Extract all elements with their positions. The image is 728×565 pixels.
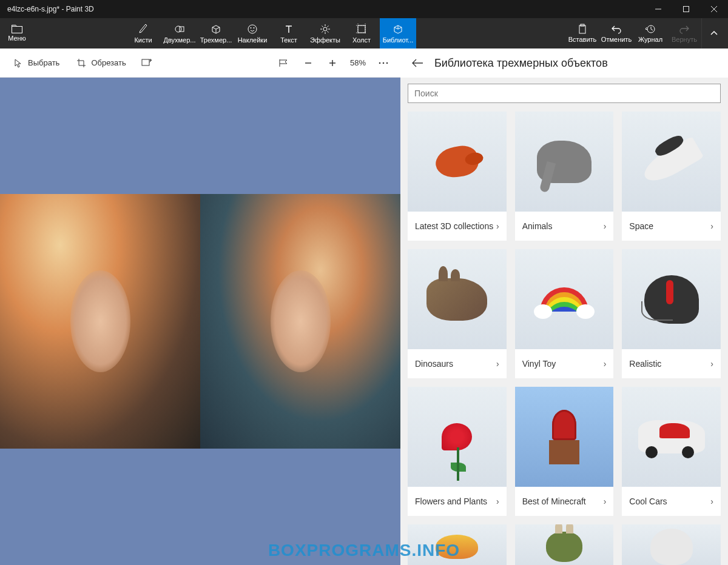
canvas-icon xyxy=(356,23,367,35)
magic-select-icon xyxy=(141,58,152,68)
svg-line-15 xyxy=(322,26,323,27)
view-3d-button[interactable] xyxy=(274,53,294,73)
library-panel: Библиотека трехмерных объектов Latest 3D… xyxy=(400,48,728,565)
svg-point-10 xyxy=(323,27,327,31)
panel-title: Библиотека трехмерных объектов xyxy=(434,57,608,70)
minus-icon xyxy=(304,59,312,67)
category-grid[interactable]: Latest 3D collections› Animals› Space› D… xyxy=(400,109,728,565)
effects-icon xyxy=(320,23,331,35)
head-thumbnail xyxy=(650,529,693,565)
select-tool[interactable]: Выбрать xyxy=(7,55,66,72)
tab-brushes[interactable]: Кисти xyxy=(125,18,161,48)
category-card-space[interactable]: Space› xyxy=(622,112,721,241)
search-row xyxy=(400,78,728,109)
orc-thumbnail xyxy=(546,532,582,562)
category-card-partial[interactable] xyxy=(622,524,721,565)
tool-label: Вставить xyxy=(568,36,597,43)
car-thumbnail xyxy=(638,420,705,453)
svg-point-32 xyxy=(383,62,385,64)
category-card-minecraft[interactable]: Best of Minecraft› xyxy=(515,387,614,516)
panel-header: Библиотека трехмерных объектов xyxy=(400,48,728,78)
zoom-in-button[interactable] xyxy=(323,53,342,73)
card-label: Space xyxy=(629,221,653,231)
svg-line-17 xyxy=(322,32,323,33)
top-toolbar: Меню Кисти Двухмер... Трехмер... Наклейк… xyxy=(0,18,728,48)
svg-rect-4 xyxy=(12,27,22,33)
tab-label: Холст xyxy=(352,36,371,44)
history-button[interactable]: Журнал xyxy=(633,18,667,48)
close-button[interactable] xyxy=(700,0,728,18)
crop-label: Обрезать xyxy=(91,58,126,67)
zoom-out-button[interactable] xyxy=(298,53,318,73)
tab-2d-shapes[interactable]: Двухмер... xyxy=(161,18,198,48)
search-input[interactable] xyxy=(408,84,721,103)
category-card-latest[interactable]: Latest 3D collections› xyxy=(408,112,507,241)
category-card-partial[interactable] xyxy=(515,524,614,565)
canvas-image-right xyxy=(200,194,400,449)
chevron-right-icon: › xyxy=(710,359,713,369)
main-area: Выбрать Обрезать 58% xyxy=(0,48,728,565)
minimize-icon xyxy=(655,6,661,12)
zoom-controls: 58% xyxy=(274,53,393,73)
chevron-right-icon: › xyxy=(496,496,499,506)
canvas[interactable] xyxy=(0,78,400,565)
tab-label: Двухмер... xyxy=(163,36,195,44)
card-label: Vinyl Toy xyxy=(522,359,556,369)
chevron-right-icon: › xyxy=(604,496,607,506)
undo-button[interactable]: Отменить xyxy=(599,18,633,48)
ellipsis-icon xyxy=(379,62,388,64)
rose-thumbnail xyxy=(442,423,472,450)
tab-text[interactable]: Текст xyxy=(271,18,307,48)
redo-icon xyxy=(679,24,690,35)
category-card-realistic[interactable]: Realistic› xyxy=(622,249,721,378)
svg-line-16 xyxy=(328,32,329,33)
tab-3d-library[interactable]: Библиот... xyxy=(380,18,416,48)
tab-effects[interactable]: Эффекты xyxy=(307,18,343,48)
shuttle-thumbnail xyxy=(639,136,704,187)
cube-icon xyxy=(211,23,221,35)
minecraft-thumbnail xyxy=(546,410,582,464)
category-card-flowers[interactable]: Flowers and Plants› xyxy=(408,387,507,516)
svg-rect-27 xyxy=(142,59,149,65)
tab-label: Эффекты xyxy=(310,36,340,44)
card-label: Cool Cars xyxy=(629,496,667,506)
crop-tool[interactable]: Обрезать xyxy=(70,55,132,72)
category-card-partial[interactable] xyxy=(408,524,507,565)
plus-icon xyxy=(328,59,337,67)
chevron-right-icon: › xyxy=(496,359,499,369)
card-label: Best of Minecraft xyxy=(522,496,586,506)
category-card-dinosaurs[interactable]: Dinosaurs› xyxy=(408,249,507,378)
maximize-button[interactable] xyxy=(672,0,700,18)
shapes-2d-icon xyxy=(174,23,185,35)
card-label: Dinosaurs xyxy=(415,359,453,369)
sub-toolbar: Выбрать Обрезать 58% xyxy=(0,48,400,78)
svg-point-33 xyxy=(386,62,388,64)
more-button[interactable] xyxy=(374,53,393,73)
text-icon xyxy=(283,23,294,35)
category-card-animals[interactable]: Animals› xyxy=(515,112,614,241)
category-card-vinyl-toy[interactable]: Vinyl Toy› xyxy=(515,249,614,378)
tab-label: Наклейки xyxy=(238,36,268,44)
svg-rect-1 xyxy=(684,7,689,12)
sticker-icon xyxy=(247,23,258,35)
tab-stickers[interactable]: Наклейки xyxy=(234,18,271,48)
select-label: Выбрать xyxy=(28,58,59,67)
svg-point-31 xyxy=(379,62,381,64)
tab-label: Трехмер... xyxy=(200,36,232,44)
canvas-image xyxy=(0,194,400,449)
zoom-value[interactable]: 58% xyxy=(347,58,369,67)
svg-rect-24 xyxy=(579,25,585,33)
tool-tabs: Кисти Двухмер... Трехмер... Наклейки Тек… xyxy=(125,18,416,48)
library-icon xyxy=(393,23,403,35)
tab-label: Текст xyxy=(280,36,297,44)
tab-3d-shapes[interactable]: Трехмер... xyxy=(198,18,234,48)
rainbow-thumbnail xyxy=(540,287,588,312)
magic-select-tool[interactable] xyxy=(137,53,157,73)
category-card-cool-cars[interactable]: Cool Cars› xyxy=(622,387,721,516)
expand-panel-button[interactable] xyxy=(701,18,726,48)
minimize-button[interactable] xyxy=(644,0,672,18)
back-button[interactable] xyxy=(410,56,425,70)
tab-canvas[interactable]: Холст xyxy=(343,18,380,48)
paste-button[interactable]: Вставить xyxy=(565,18,599,48)
menu-button[interactable]: Меню xyxy=(0,18,34,48)
